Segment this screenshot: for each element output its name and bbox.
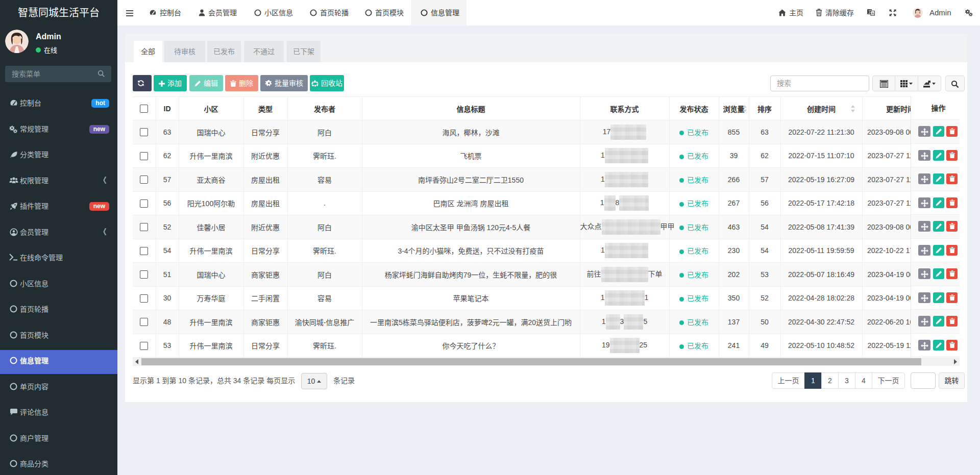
svg-text:A: A — [872, 11, 874, 16]
